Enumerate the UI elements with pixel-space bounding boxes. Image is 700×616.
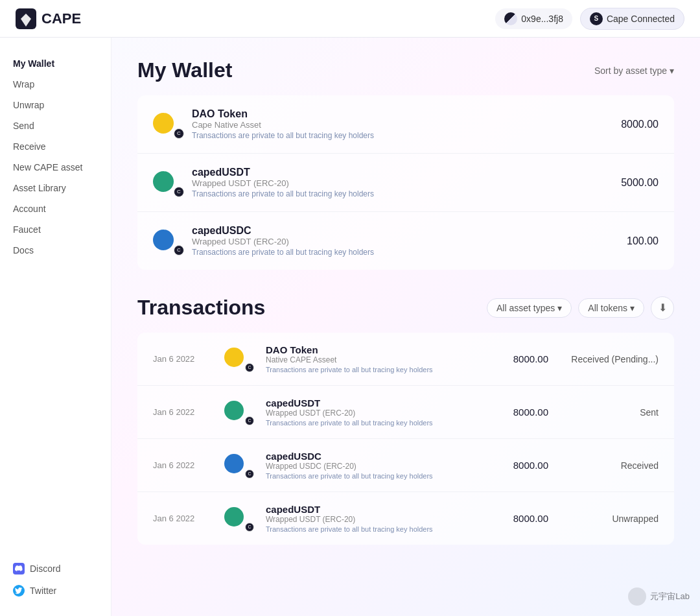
usdt-privacy: Transactions are private to all but trac… <box>192 189 611 198</box>
usdt-info: capedUSDT Wrapped USDT (ERC-20) Transact… <box>192 167 611 198</box>
connected-label: Cape Connected <box>607 14 675 24</box>
download-button[interactable]: ⬇ <box>651 296 674 320</box>
transactions-title: Transactions <box>137 296 265 320</box>
wallet-title: My Wallet <box>137 58 232 82</box>
tx-status-3: Received <box>561 460 659 471</box>
dao-token-name: DAO Token <box>192 108 611 120</box>
usdt-icon <box>153 171 174 192</box>
sort-dropdown[interactable]: Sort by asset type ▾ <box>594 65 674 76</box>
asset-types-chevron: ▾ <box>557 303 562 313</box>
sort-chevron-icon: ▾ <box>670 65 674 76</box>
tx-type-4: Wrapped USDT (ERC-20) <box>266 515 484 524</box>
twitter-icon <box>13 585 25 597</box>
logo: CAPE <box>16 8 81 29</box>
assets-list: C DAO Token Cape Native Asset Transactio… <box>137 95 674 270</box>
dao-token-privacy: Transactions are private to all but trac… <box>192 131 611 140</box>
sidebar-item-send[interactable]: Send <box>0 115 111 136</box>
twitter-link[interactable]: Twitter <box>13 581 98 600</box>
tx-date-1: Jan 6 2022 <box>153 354 211 364</box>
cape-logo-icon <box>16 8 36 29</box>
sidebar-item-wrap[interactable]: Wrap <box>0 74 111 95</box>
tx-amount-4: 8000.00 <box>496 513 548 524</box>
tokens-label: All tokens <box>588 303 627 313</box>
header-right: 0x9e...3fj8 S Cape Connected <box>495 8 684 30</box>
asset-row-dao: C DAO Token Cape Native Asset Transactio… <box>137 95 674 154</box>
dao-cape-badge: C <box>174 128 184 139</box>
asset-icon-wrapper-usdc: C <box>153 230 181 253</box>
usdc-cape-badge: C <box>174 245 184 255</box>
connected-badge[interactable]: S Cape Connected <box>580 8 684 30</box>
tx-usdt2-badge: C <box>245 523 254 532</box>
sidebar-item-docs[interactable]: Docs <box>0 240 111 261</box>
dao-token-amount: 8000.00 <box>621 119 659 130</box>
usdt-name: capedUSDT <box>192 167 611 178</box>
sidebar-item-asset-library[interactable]: Asset Library <box>0 178 111 198</box>
sidebar-item-new-cape-asset[interactable]: New CAPE asset <box>0 157 111 178</box>
usdc-type: Wrapped USDT (ERC-20) <box>192 237 616 246</box>
transactions-list: Jan 6 2022 C DAO Token Native CAPE Assee… <box>137 333 674 545</box>
cape-connected-icon: S <box>590 12 603 25</box>
watermark: 元宇宙Lab <box>628 587 690 606</box>
sidebar-item-my-wallet[interactable]: My Wallet <box>0 53 111 74</box>
tx-usdt-icon <box>224 401 244 420</box>
download-icon: ⬇ <box>659 302 667 314</box>
sidebar-item-faucet[interactable]: Faucet <box>0 219 111 240</box>
tx-privacy-3: Transactions are private to all but trac… <box>266 472 484 480</box>
tx-status-1: Received (Pending...) <box>561 354 659 364</box>
sidebar-item-unwrap[interactable]: Unwrap <box>0 95 111 115</box>
sidebar: My Wallet Wrap Unwrap Send Receive New C… <box>0 38 111 616</box>
tx-usdt-badge: C <box>245 416 254 425</box>
usdc-info: capedUSDC Wrapped USDT (ERC-20) Transact… <box>192 225 616 257</box>
wallet-address-badge[interactable]: 0x9e...3fj8 <box>495 8 572 29</box>
tokens-chevron: ▾ <box>630 303 635 313</box>
tx-info-2: capedUSDT Wrapped USDT (ERC-20) Transact… <box>266 397 484 427</box>
usdc-amount: 100.00 <box>627 235 659 247</box>
tx-icon-2: C <box>224 401 253 424</box>
tx-privacy-4: Transactions are private to all but trac… <box>266 525 484 533</box>
asset-icon-wrapper-usdt: C <box>153 171 181 195</box>
tx-icon-3: C <box>224 454 253 477</box>
logo-text: CAPE <box>41 10 81 27</box>
sidebar-item-receive[interactable]: Receive <box>0 136 111 157</box>
tx-info-1: DAO Token Native CAPE Asseet Transaction… <box>266 344 484 373</box>
wallet-address-text: 0x9e...3fj8 <box>521 14 563 24</box>
tx-name-3: capedUSDC <box>266 451 484 462</box>
tx-usdt2-icon <box>224 507 244 527</box>
sidebar-bottom: Discord Twitter <box>0 559 111 600</box>
tx-amount-3: 8000.00 <box>496 460 548 471</box>
tx-info-4: capedUSDT Wrapped USDT (ERC-20) Transact… <box>266 504 484 533</box>
tx-date-3: Jan 6 2022 <box>153 460 211 470</box>
dao-token-type: Cape Native Asset <box>192 120 611 130</box>
dao-token-info: DAO Token Cape Native Asset Transactions… <box>192 108 611 140</box>
tx-date-2: Jan 6 2022 <box>153 407 211 417</box>
usdt-type: Wrapped USDT (ERC-20) <box>192 178 611 188</box>
transactions-filters: All asset types ▾ All tokens ▾ ⬇ <box>487 296 674 320</box>
tx-type-1: Native CAPE Asseet <box>266 355 484 364</box>
dao-token-icon <box>153 113 174 134</box>
tx-row-2: Jan 6 2022 C capedUSDT Wrapped USDT (ERC… <box>137 386 674 439</box>
sidebar-item-account[interactable]: Account <box>0 198 111 219</box>
main-content: My Wallet Sort by asset type ▾ C DAO Tok… <box>111 38 700 616</box>
tx-name-4: capedUSDT <box>266 504 484 515</box>
wallet-dot-icon <box>504 12 517 25</box>
tx-status-2: Sent <box>561 407 659 418</box>
discord-link[interactable]: Discord <box>13 559 98 578</box>
tx-amount-2: 8000.00 <box>496 407 548 418</box>
tx-icon-4: C <box>224 507 253 530</box>
twitter-label: Twitter <box>30 586 56 596</box>
tx-type-3: Wrapped USDC (ERC-20) <box>266 462 484 471</box>
tx-type-2: Wrapped USDT (ERC-20) <box>266 409 484 418</box>
sort-label: Sort by asset type <box>594 65 667 76</box>
tx-status-4: Unwrapped <box>561 514 659 524</box>
tokens-filter[interactable]: All tokens ▾ <box>578 298 644 318</box>
tx-date-4: Jan 6 2022 <box>153 514 211 523</box>
asset-icon-wrapper-dao: C <box>153 113 181 136</box>
usdc-privacy: Transactions are private to all but trac… <box>192 248 616 257</box>
tx-amount-1: 8000.00 <box>496 353 548 364</box>
asset-row-usdc: C capedUSDC Wrapped USDT (ERC-20) Transa… <box>137 212 674 270</box>
main-layout: My Wallet Wrap Unwrap Send Receive New C… <box>0 38 700 616</box>
tx-row-4: Jan 6 2022 C capedUSDT Wrapped USDT (ERC… <box>137 492 674 545</box>
asset-types-filter[interactable]: All asset types ▾ <box>487 298 572 318</box>
tx-privacy-2: Transactions are private to all but trac… <box>266 419 484 427</box>
usdc-icon <box>153 230 174 250</box>
